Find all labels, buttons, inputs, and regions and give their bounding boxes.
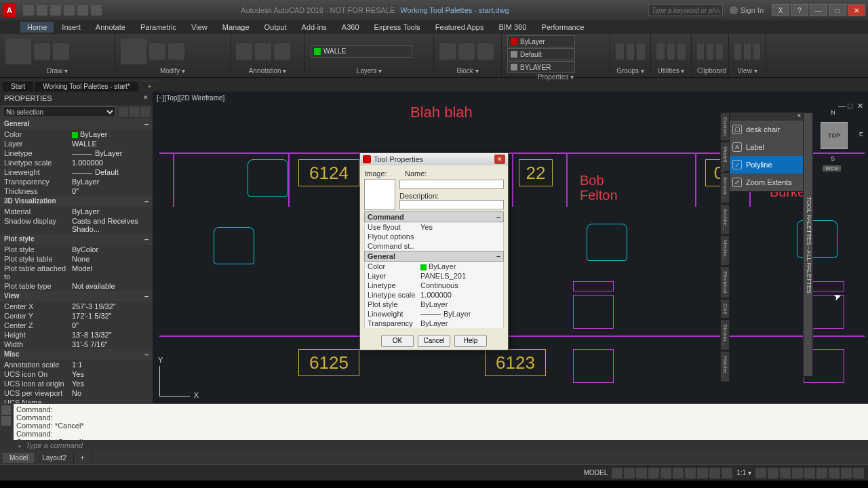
- dialog-titlebar[interactable]: Tool Properties ✕: [360, 153, 508, 165]
- property-dropdown[interactable]: Default: [507, 48, 575, 60]
- palette-tool-desk-chair[interactable]: ▢desk chair: [730, 121, 803, 138]
- dialog-property-row[interactable]: ColorByLayer: [364, 262, 504, 271]
- cmd-recent-icon[interactable]: [1, 405, 11, 415]
- ribbon-button[interactable]: [53, 43, 69, 60]
- qat-undo-icon[interactable]: [64, 5, 75, 16]
- cmd-custom-icon[interactable]: [1, 416, 11, 426]
- ribbon-button[interactable]: [697, 43, 704, 60]
- selectobj-icon[interactable]: [140, 107, 150, 117]
- ribbon-button[interactable]: [627, 43, 635, 60]
- dialog-property-row[interactable]: Command st..: [364, 241, 504, 251]
- cycling-icon[interactable]: [722, 468, 732, 479]
- ok-button[interactable]: OK: [381, 335, 414, 347]
- units-icon[interactable]: [780, 468, 791, 479]
- palette-tab[interactable]: Annota...: [720, 172, 730, 203]
- ribbon-tab-annotate[interactable]: Annotate: [89, 22, 132, 33]
- ribbon-panel-label[interactable]: Modify ▾: [121, 67, 224, 76]
- layout-tab[interactable]: Layout2: [35, 453, 74, 463]
- property-row[interactable]: Height13'-8 13/32": [0, 330, 153, 340]
- palette-close-icon[interactable]: ✕: [797, 113, 802, 121]
- palette-tab[interactable]: Modeli...: [720, 142, 730, 171]
- qat-open-icon[interactable]: [37, 5, 47, 16]
- ribbon-panel-label[interactable]: Draw ▾: [5, 67, 109, 76]
- ribbon-panel-label[interactable]: Properties ▾: [507, 73, 604, 82]
- ribbon-button[interactable]: [439, 43, 456, 60]
- maximize-button[interactable]: □: [829, 4, 846, 16]
- workspace-icon[interactable]: [755, 468, 766, 479]
- otrack-icon[interactable]: [673, 468, 684, 479]
- command-line-input[interactable]: ▸ Type a command: [14, 440, 868, 451]
- dialog-section-header[interactable]: Command–: [364, 211, 504, 222]
- vp-min-icon[interactable]: —: [838, 102, 846, 110]
- quick-props-icon[interactable]: [792, 468, 803, 479]
- snap-icon[interactable]: [624, 468, 635, 479]
- property-group-header[interactable]: General–: [0, 119, 153, 129]
- property-row[interactable]: TransparencyByLayer: [0, 177, 153, 186]
- layout-tab[interactable]: +: [74, 453, 92, 463]
- property-group-header[interactable]: Plot style–: [0, 234, 153, 245]
- ribbon-button[interactable]: [656, 43, 665, 60]
- customize-icon[interactable]: [853, 468, 864, 479]
- ribbon-tab-featuredapps[interactable]: Featured Apps: [429, 22, 491, 33]
- property-group-header[interactable]: Misc–: [0, 349, 153, 360]
- palette-title-bar[interactable]: TOOL PALETTES - ALL PALETTES: [803, 113, 813, 377]
- ribbon-button[interactable]: [255, 43, 271, 60]
- polar-icon[interactable]: [648, 468, 659, 479]
- property-row[interactable]: Center Z0": [0, 321, 153, 330]
- property-row[interactable]: LineweightDefault: [0, 167, 153, 177]
- palette-tab[interactable]: Structu...: [720, 319, 730, 350]
- property-row[interactable]: Plot table attached toModel: [0, 264, 153, 281]
- document-tab[interactable]: +: [140, 81, 160, 92]
- vp-max-icon[interactable]: □: [848, 102, 856, 110]
- cancel-button[interactable]: Cancel: [418, 335, 450, 347]
- ribbon-button[interactable]: [677, 43, 686, 60]
- property-row[interactable]: UCS Name: [0, 398, 153, 403]
- ribbon-button[interactable]: [236, 43, 252, 60]
- ribbon-button[interactable]: [744, 43, 751, 60]
- property-row[interactable]: Plot styleByColor: [0, 245, 153, 254]
- ribbon-tab-output[interactable]: Output: [258, 22, 294, 33]
- property-row[interactable]: LinetypeByLayer: [0, 148, 153, 158]
- viewport-label[interactable]: [−][Top][2D Wireframe]: [157, 94, 224, 102]
- palette-tab[interactable]: Custom: [720, 113, 730, 141]
- ribbon-panel-label[interactable]: View ▾: [734, 67, 760, 76]
- property-row[interactable]: ColorByLayer: [0, 129, 153, 139]
- app-icon[interactable]: A: [3, 3, 16, 17]
- ribbon-tab-insert[interactable]: Insert: [55, 22, 87, 33]
- ribbon-panel-label[interactable]: Utilities ▾: [656, 67, 686, 76]
- property-row[interactable]: Width31'-5 7/16": [0, 340, 153, 349]
- ribbon-tab-view[interactable]: View: [184, 22, 214, 33]
- ribbon-button[interactable]: [274, 43, 290, 60]
- palette-tab[interactable]: Archite...: [720, 204, 730, 235]
- ribbon-button[interactable]: [734, 43, 741, 60]
- isolate-icon[interactable]: [816, 468, 827, 479]
- dialog-section-header[interactable]: General–: [364, 251, 504, 262]
- help-search-input[interactable]: [648, 4, 723, 16]
- lineweight-icon[interactable]: [697, 468, 708, 479]
- signin-button[interactable]: Sign In: [730, 6, 764, 14]
- tool-description-input[interactable]: [399, 200, 504, 209]
- layer-dropdown[interactable]: WALLE: [311, 45, 412, 58]
- dialog-property-row[interactable]: Plot styleByLayer: [364, 300, 504, 309]
- property-dropdown[interactable]: BYLAYER: [507, 61, 575, 73]
- ribbon-tab-a360[interactable]: A360: [335, 22, 366, 33]
- layout-tab[interactable]: Model: [3, 453, 35, 463]
- property-row[interactable]: Thickness0": [0, 186, 153, 196]
- ribbon-button[interactable]: [667, 43, 675, 60]
- palette-tab[interactable]: Electrical: [720, 266, 730, 298]
- anno-scale[interactable]: 1:1 ▾: [734, 469, 754, 476]
- ribbon-button[interactable]: [149, 43, 165, 60]
- ribbon-panel-label[interactable]: Layers ▾: [311, 67, 428, 76]
- viewcube[interactable]: N S W E TOP WCS: [810, 112, 858, 159]
- osnap-icon[interactable]: [660, 468, 671, 479]
- lock-ui-icon[interactable]: [804, 468, 815, 479]
- minimize-button[interactable]: —: [810, 4, 827, 16]
- ribbon-button[interactable]: [5, 39, 31, 64]
- property-group-header[interactable]: View–: [0, 291, 153, 302]
- pickadd-icon[interactable]: [130, 107, 139, 117]
- ribbon-button[interactable]: [34, 43, 50, 60]
- ribbon-button[interactable]: [716, 43, 723, 60]
- property-dropdown[interactable]: ByLayer: [507, 35, 575, 47]
- vp-close-icon[interactable]: ✕: [857, 102, 865, 110]
- property-row[interactable]: UCS icon at originYes: [0, 379, 153, 388]
